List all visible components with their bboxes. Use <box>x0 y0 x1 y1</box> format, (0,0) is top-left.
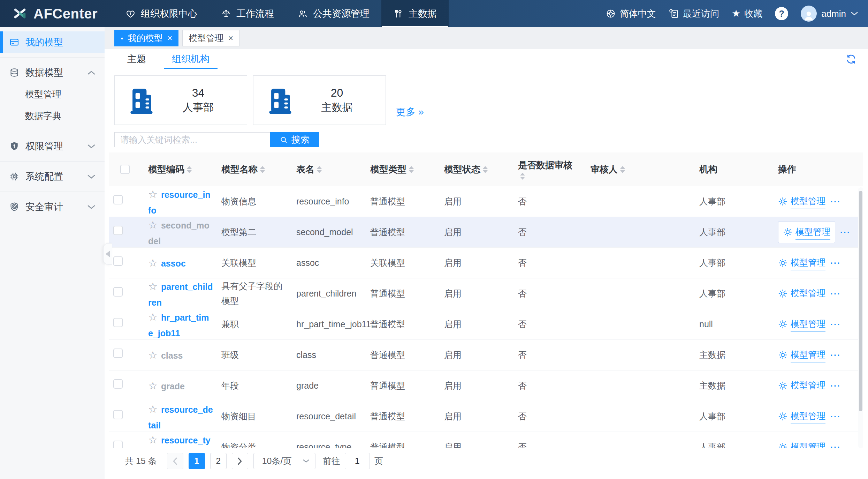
row-checkbox[interactable] <box>113 410 123 419</box>
table-row[interactable]: ☆parent_children 具有父子字段的模型 parent_childr… <box>109 278 863 309</box>
favorites-button[interactable]: ★ 收藏 <box>732 8 762 20</box>
table-header-cell[interactable]: 审核人 <box>586 163 695 175</box>
model-manage-button[interactable]: 模型管理 <box>778 221 835 243</box>
scrollbar-thumb[interactable] <box>859 191 862 411</box>
row-checkbox[interactable] <box>113 318 123 327</box>
user-menu[interactable]: admin <box>801 6 858 22</box>
topnav-item[interactable]: 工作流程 <box>209 0 286 27</box>
sidebar-item[interactable]: 系统配置 <box>0 166 105 187</box>
model-manage-button[interactable]: 模型管理 <box>778 255 825 270</box>
model-manage-button[interactable]: 模型管理 <box>778 194 825 209</box>
filter-subtab[interactable]: 主题 <box>114 49 159 69</box>
goto-page-input[interactable] <box>345 453 370 469</box>
workspace-tab[interactable]: ● 模型管理 × <box>182 30 239 46</box>
page-number-button[interactable]: 2 <box>210 453 227 469</box>
row-checkbox[interactable] <box>113 349 123 358</box>
close-icon[interactable]: × <box>228 33 233 43</box>
refresh-button[interactable] <box>845 53 857 65</box>
table-header-cell[interactable]: 模型状态 <box>440 163 514 175</box>
next-page-button[interactable] <box>232 453 248 469</box>
more-actions-icon[interactable]: ··· <box>830 256 841 270</box>
prev-page-button[interactable] <box>167 453 183 469</box>
help-button[interactable]: ? <box>775 7 788 20</box>
sidebar-item[interactable]: 我的模型 <box>0 31 105 53</box>
table-row[interactable]: ☆resource_info 物资信息 resource_info 普通模型 启… <box>109 186 863 217</box>
page-size-select[interactable]: 10条/页 <box>253 453 315 469</box>
model-code-link[interactable]: ☆class <box>144 346 217 364</box>
model-code-link[interactable]: ☆assoc <box>144 254 217 272</box>
table-row[interactable]: ☆class 班级 class 普通模型 启用 否 主数据 模型管理 ··· <box>109 340 863 371</box>
star-icon[interactable]: ☆ <box>148 349 158 361</box>
model-code-link[interactable]: ☆resource_type <box>144 431 217 448</box>
star-icon[interactable]: ☆ <box>148 311 158 323</box>
sort-arrows-icon[interactable] <box>520 173 525 180</box>
sort-arrows-icon[interactable] <box>620 166 625 173</box>
model-code-link[interactable]: ☆second_model <box>144 216 217 249</box>
table-row[interactable]: ☆resource_detail 物资细目 resource_detail 普通… <box>109 401 863 432</box>
table-row[interactable]: ☆resource_type 物资分类 resource_type 普通模型 启… <box>109 432 863 448</box>
table-header-cell[interactable]: 操作 <box>774 163 863 175</box>
star-icon[interactable]: ☆ <box>148 434 158 446</box>
sort-arrows-icon[interactable] <box>409 166 414 173</box>
more-actions-icon[interactable]: ··· <box>830 410 841 424</box>
table-header-cell[interactable]: 机构 <box>695 163 774 175</box>
org-stat-card[interactable]: 34 人事部 <box>114 75 247 125</box>
model-manage-button[interactable]: 模型管理 <box>778 347 825 362</box>
more-actions-icon[interactable]: ··· <box>830 287 841 301</box>
table-row[interactable]: ☆hr_part_time_job11 兼职 hr_part_time_job1… <box>109 309 863 340</box>
sidebar-item[interactable]: 安全审计 <box>0 196 105 218</box>
sidebar-subitem[interactable]: 数据字典 <box>0 105 105 127</box>
sort-arrows-icon[interactable] <box>260 166 265 173</box>
table-header-cell[interactable]: 是否数据审核 <box>514 159 586 180</box>
search-input[interactable] <box>114 132 270 147</box>
topnav-item[interactable]: 主数据 <box>381 0 449 27</box>
language-switcher[interactable]: 简体中文 <box>606 8 656 20</box>
more-actions-icon[interactable]: ··· <box>830 440 841 448</box>
row-checkbox[interactable] <box>113 441 123 448</box>
table-header-cell[interactable]: 表名 <box>292 163 366 175</box>
sidebar-subitem[interactable]: 模型管理 <box>0 83 105 105</box>
model-manage-button[interactable]: 模型管理 <box>778 409 825 424</box>
sort-arrows-icon[interactable] <box>187 166 192 173</box>
topnav-item[interactable]: 组织权限中心 <box>114 0 209 27</box>
row-checkbox[interactable] <box>113 379 123 389</box>
model-code-link[interactable]: ☆resource_detail <box>144 400 217 433</box>
model-manage-button[interactable]: 模型管理 <box>778 317 825 332</box>
star-icon[interactable]: ☆ <box>148 280 158 292</box>
table-row[interactable]: ☆grade 年段 grade 普通模型 启用 否 主数据 模型管理 ··· <box>109 371 863 401</box>
table-header-cell[interactable]: 模型类型 <box>366 163 440 175</box>
close-icon[interactable]: × <box>167 33 173 43</box>
page-number-button[interactable]: 1 <box>189 453 205 469</box>
sidebar-collapse-handle[interactable] <box>103 243 112 265</box>
more-actions-icon[interactable]: ··· <box>830 195 841 209</box>
star-icon[interactable]: ☆ <box>148 219 158 231</box>
sidebar-item[interactable]: 数据模型 <box>0 62 105 83</box>
model-manage-button[interactable]: 模型管理 <box>778 378 825 393</box>
recent-visits-button[interactable]: 最近访问 <box>669 8 719 20</box>
model-code-link[interactable]: ☆hr_part_time_job11 <box>144 308 217 341</box>
model-code-link[interactable]: ☆grade <box>144 377 217 395</box>
workspace-tab[interactable]: ● 我的模型 × <box>114 30 178 46</box>
app-logo[interactable]: AFCenter <box>0 0 114 27</box>
model-manage-button[interactable]: 模型管理 <box>778 286 825 301</box>
star-icon[interactable]: ☆ <box>148 188 158 200</box>
row-checkbox[interactable] <box>113 256 123 266</box>
model-code-link[interactable]: ☆resource_info <box>144 186 217 218</box>
star-icon[interactable]: ☆ <box>148 257 158 269</box>
model-code-link[interactable]: ☆parent_children <box>144 277 217 310</box>
table-header-cell[interactable]: 模型名称 <box>217 163 292 175</box>
more-link[interactable]: 更多 » <box>396 105 424 119</box>
star-icon[interactable]: ☆ <box>148 380 158 391</box>
select-all-checkbox[interactable] <box>120 165 130 174</box>
table-header-cell[interactable]: 模型编码 <box>144 163 217 175</box>
more-actions-icon[interactable]: ··· <box>830 379 841 393</box>
sidebar-item[interactable]: 权限管理 <box>0 135 105 157</box>
org-stat-card[interactable]: 20 主数据 <box>253 75 386 125</box>
row-checkbox[interactable] <box>113 287 123 297</box>
more-actions-icon[interactable]: ··· <box>830 348 841 362</box>
topnav-item[interactable]: 公共资源管理 <box>286 0 381 27</box>
search-button[interactable]: 搜索 <box>270 132 319 147</box>
sort-arrows-icon[interactable] <box>317 166 322 173</box>
table-row[interactable]: ☆assoc 关联模型 assoc 关联模型 启用 否 人事部 模型管理 ··· <box>109 248 863 278</box>
sort-arrows-icon[interactable] <box>483 166 488 173</box>
